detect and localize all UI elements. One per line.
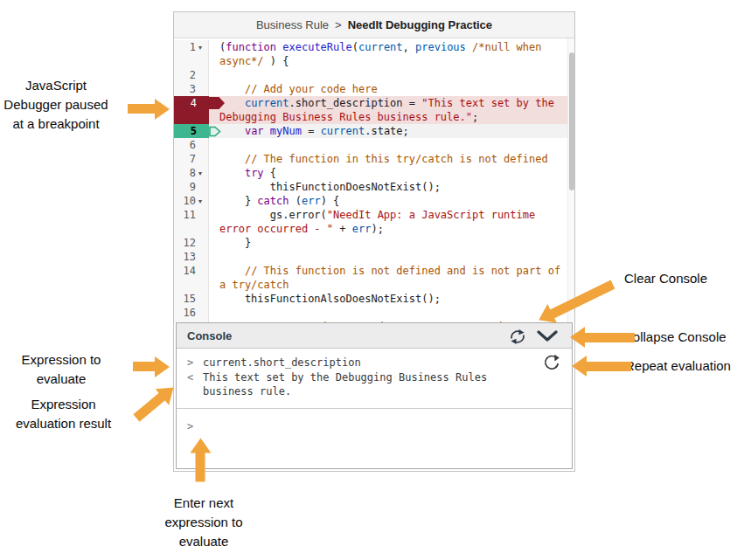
breadcrumb: Business Rule > NeedIt Debugging Practic… [174, 12, 574, 38]
line-number-gutter[interactable]: 15 [174, 292, 209, 306]
line-number-gutter[interactable]: 4 [174, 96, 209, 110]
fold-arrow-icon[interactable]: ▾ [198, 197, 208, 205]
execution-pointer-icon [209, 126, 221, 137]
line-number[interactable]: 12 [174, 236, 198, 250]
line-number-gutter[interactable]: 6 [174, 138, 209, 152]
sync-icon [509, 328, 526, 345]
console-input[interactable]: > [177, 409, 572, 442]
code-line: 6 [174, 138, 574, 152]
line-number[interactable]: 8 [174, 166, 198, 180]
prompt-marker: < [187, 370, 203, 398]
code-line: 5 var myNum = current.state; [174, 124, 574, 138]
code-text: } catch (err) { [209, 194, 339, 208]
code-text: try { [209, 166, 276, 180]
line-number-gutter[interactable]: 3 [174, 82, 209, 96]
code-line: 14 // This function is not defined and i… [174, 264, 574, 278]
line-number[interactable]: 13 [174, 250, 198, 264]
fold-arrow-icon[interactable]: ▾ [198, 44, 208, 52]
annotation-result-label: Expression evaluation result [0, 395, 127, 433]
annotation-clear-label: Clear Console [624, 269, 707, 288]
breakpoint-arrow-icon [209, 97, 226, 109]
code-line: a try/catch [174, 278, 574, 292]
reload-icon [542, 354, 561, 373]
line-number-gutter[interactable] [174, 54, 209, 68]
line-number[interactable]: 2 [174, 68, 198, 82]
line-number-gutter[interactable]: 7 [174, 152, 209, 166]
code-line: 8▾ try { [174, 166, 574, 180]
line-number-gutter[interactable]: 12 [174, 236, 209, 250]
line-number-gutter[interactable]: 5 [174, 124, 209, 138]
code-rows: 1▾(function executeRule(current, previou… [174, 38, 574, 323]
line-number[interactable]: 16 [174, 306, 198, 320]
line-number[interactable]: 4 [174, 96, 198, 110]
entry-text: current.short_description [203, 356, 361, 370]
code-line: 16 [174, 306, 574, 320]
console-entry: <This text set by the Debugging Business… [187, 370, 561, 398]
line-number-gutter[interactable]: 9 [174, 180, 209, 194]
line-number-gutter[interactable]: 11 [174, 208, 209, 222]
code-line: 1▾(function executeRule(current, previou… [174, 40, 574, 54]
line-number[interactable]: 3 [174, 82, 198, 96]
console-title: Console [177, 329, 232, 342]
breadcrumb-separator: > [335, 18, 342, 31]
annotation-arrow-expression [133, 362, 156, 371]
annotation-breakpoint-label: JavaScript Debugger paused at a breakpoi… [3, 76, 108, 134]
prompt-marker: > [187, 356, 203, 370]
line-number[interactable]: 9 [174, 180, 198, 194]
scrollbar-track [567, 38, 574, 323]
line-number-gutter[interactable]: 16 [174, 306, 209, 320]
line-number[interactable]: 10 [174, 194, 198, 208]
line-number[interactable]: 11 [174, 208, 198, 222]
line-number[interactable]: 5 [174, 124, 198, 138]
annotation-arrow-collapse [584, 333, 635, 342]
entry-text: This text set by the Debugging Business … [203, 370, 504, 398]
line-number[interactable]: 1 [174, 40, 198, 54]
code-line: 12 } [174, 236, 574, 250]
fold-arrow-icon[interactable]: ▾ [198, 169, 208, 177]
collapse-console-button[interactable] [537, 330, 558, 342]
code-text [209, 306, 219, 320]
code-text: Debugging Business Rules business rule."… [209, 110, 478, 124]
line-number-gutter[interactable]: 13 [174, 250, 209, 264]
annotation-arrow-result [133, 392, 165, 421]
line-number[interactable]: 7 [174, 152, 198, 166]
scrollbar-thumb[interactable] [569, 52, 574, 190]
code-text: thisFunctionDoesNotExist(); [209, 180, 441, 194]
line-number-gutter[interactable]: 1▾ [174, 40, 209, 54]
breadcrumb-section[interactable]: Business Rule [256, 18, 329, 31]
input-prompt: > [187, 420, 193, 432]
code-line: 4 current.short_description = "This text… [174, 96, 574, 110]
repeat-evaluation-button[interactable] [542, 354, 561, 373]
code-text: thisFunctionAlsoDoesNotExist(); [209, 292, 441, 306]
line-number-gutter[interactable]: 14 [174, 264, 209, 278]
code-text [209, 138, 219, 152]
code-line: Debugging Business Rules business rule."… [174, 110, 574, 124]
code-editor: 1▾(function executeRule(current, previou… [174, 38, 574, 323]
line-number-gutter[interactable]: 2 [174, 68, 209, 82]
clear-console-button[interactable] [509, 328, 526, 345]
code-text: async*/ ) { [209, 54, 289, 68]
code-line: 3 // Add your code here [174, 82, 574, 96]
code-text [209, 250, 219, 264]
line-number-gutter[interactable]: 10▾ [174, 194, 209, 208]
line-number[interactable]: 6 [174, 138, 198, 152]
code-line: 9 thisFunctionDoesNotExist(); [174, 180, 574, 194]
line-number-gutter[interactable] [174, 222, 209, 236]
chevron-down-icon [537, 330, 558, 342]
line-number-gutter[interactable] [174, 110, 209, 124]
code-text: // This function is not defined and is n… [209, 264, 560, 278]
code-text: var myNum = current.state; [209, 124, 409, 138]
console-entries: >current.short_description<This text set… [177, 349, 572, 409]
line-number-gutter[interactable] [174, 278, 209, 292]
line-number-gutter[interactable]: 8▾ [174, 166, 209, 180]
code-line: 13 [174, 250, 574, 264]
code-line: 15 thisFunctionAlsoDoesNotExist(); [174, 292, 574, 306]
code-text: a try/catch [209, 278, 289, 292]
line-number[interactable]: 14 [174, 264, 198, 278]
code-text: } [209, 236, 251, 250]
code-line: 10▾ } catch (err) { [174, 194, 574, 208]
line-number[interactable]: 15 [174, 292, 198, 306]
annotation-arrow-repeat [586, 362, 631, 371]
code-line: 11 gs.error("NeedIt App: a JavaScript ru… [174, 208, 574, 222]
annotation-repeat-label: Repeat evaluation [625, 356, 731, 376]
